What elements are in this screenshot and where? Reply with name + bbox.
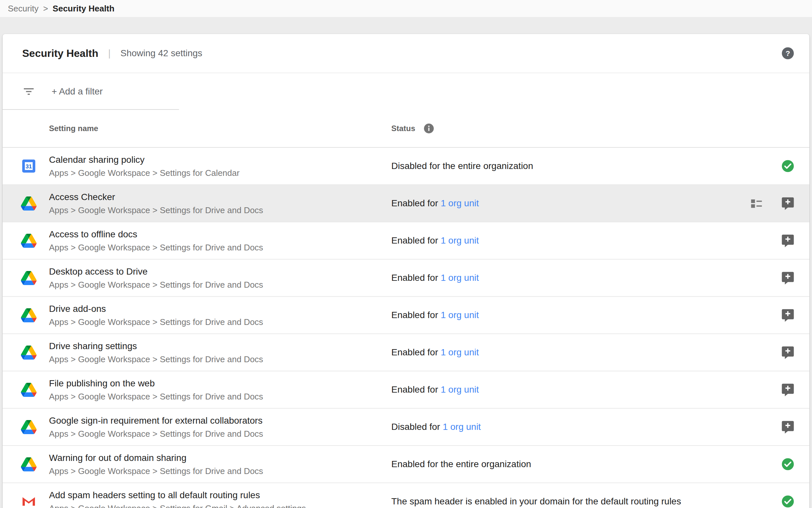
status-text: Enabled for: [391, 236, 438, 246]
setting-main: Google sign-in requirement for external …: [42, 414, 389, 440]
setting-main: Warning for out of domain sharing Apps >…: [42, 452, 389, 477]
setting-status: Enabled for1 org unit: [389, 347, 711, 357]
setting-path: Apps > Google Workspace > Settings for D…: [49, 391, 389, 403]
google-drive-icon: [21, 233, 37, 248]
card-header: Security Health | Showing 42 settings ?: [3, 34, 809, 73]
org-unit-link[interactable]: 1 org unit: [441, 347, 479, 357]
setting-main: Drive sharing settings Apps > Google Wor…: [42, 340, 389, 365]
google-drive-icon: [21, 345, 37, 360]
title-separator: |: [108, 48, 111, 59]
org-unit-link[interactable]: 1 org unit: [441, 236, 479, 246]
row-actions: [711, 159, 809, 173]
flag-plus-icon[interactable]: [781, 345, 795, 359]
row-actions: [711, 271, 809, 285]
setting-path: Apps > Google Workspace > Settings for D…: [49, 428, 389, 440]
filter-bar: + Add a filter: [3, 73, 809, 110]
add-filter-button[interactable]: + Add a filter: [52, 86, 103, 97]
google-drive-icon: [21, 270, 37, 286]
org-unit-link[interactable]: 1 org unit: [441, 310, 479, 320]
svg-text:?: ?: [785, 49, 790, 57]
flag-plus-icon[interactable]: [781, 234, 795, 248]
org-unit-link[interactable]: 1 org unit: [441, 272, 479, 283]
org-units-icon[interactable]: [749, 196, 764, 211]
filter-list-icon: [22, 85, 35, 98]
setting-status: Enabled for1 org unit: [389, 310, 711, 321]
flag-plus-icon[interactable]: [781, 271, 795, 285]
setting-path: Apps > Google Workspace > Settings for D…: [49, 316, 389, 328]
setting-path: Apps > Google Workspace > Settings for D…: [49, 353, 389, 365]
row-actions: [711, 382, 809, 397]
setting-main: Desktop access to Drive Apps > Google Wo…: [42, 265, 389, 291]
gmail-icon: [21, 494, 37, 508]
setting-status: Enabled for1 org unit: [389, 272, 711, 283]
google-drive-icon: [21, 456, 37, 472]
flag-plus-icon[interactable]: [781, 196, 795, 211]
settings-count-label: Showing 42 settings: [121, 48, 202, 58]
status-text: The spam header is enabled in your domai…: [391, 496, 681, 506]
setting-status: The spam header is enabled in your domai…: [389, 496, 711, 507]
status-text: Disabled for: [391, 422, 440, 432]
flag-plus-icon[interactable]: [781, 420, 795, 434]
breadcrumb-security-link[interactable]: Security: [8, 4, 39, 14]
setting-main: Drive add-ons Apps > Google Workspace > …: [42, 302, 389, 328]
status-text: Enabled for: [391, 384, 438, 394]
setting-main: Add spam headers setting to all default …: [42, 489, 389, 508]
settings-table-body: 31 Calendar sharing policy Apps > Google…: [3, 148, 809, 508]
row-actions: [711, 457, 809, 471]
setting-row[interactable]: Access to offline docs Apps > Google Wor…: [3, 222, 809, 260]
setting-row[interactable]: Add spam headers setting to all default …: [3, 483, 809, 508]
setting-status: Enabled for the entire organization: [389, 459, 711, 469]
green-check-icon: [781, 457, 795, 471]
row-actions: [711, 420, 809, 434]
setting-row[interactable]: Google sign-in requirement for external …: [3, 409, 809, 446]
setting-row[interactable]: 31 Calendar sharing policy Apps > Google…: [3, 148, 809, 185]
setting-main: Access to offline docs Apps > Google Wor…: [42, 228, 389, 253]
setting-name: Warning for out of domain sharing: [49, 452, 389, 465]
setting-main: Access Checker Apps > Google Workspace >…: [42, 190, 389, 216]
setting-path: Apps > Google Workspace > Settings for C…: [49, 167, 389, 179]
green-check-icon: [781, 159, 795, 173]
setting-status: Enabled for1 org unit: [389, 198, 711, 209]
row-actions: [711, 196, 809, 211]
setting-path: Apps > Google Workspace > Settings for D…: [49, 242, 389, 253]
setting-main: File publishing on the web Apps > Google…: [42, 377, 389, 403]
column-header-status: Status: [389, 123, 711, 134]
status-info-icon[interactable]: [423, 123, 435, 134]
setting-main: Calendar sharing policy Apps > Google Wo…: [42, 153, 389, 179]
setting-name: Drive add-ons: [49, 302, 389, 315]
status-text: Enabled for: [391, 347, 438, 357]
org-unit-link[interactable]: 1 org unit: [442, 422, 481, 432]
org-unit-link[interactable]: 1 org unit: [441, 198, 479, 208]
google-drive-icon: [21, 307, 37, 323]
page-title: Security Health: [22, 47, 98, 59]
setting-row[interactable]: Desktop access to Drive Apps > Google Wo…: [3, 260, 809, 297]
setting-row[interactable]: Access Checker Apps > Google Workspace >…: [3, 185, 809, 222]
row-actions: [711, 308, 809, 322]
flag-plus-icon[interactable]: [781, 382, 795, 397]
status-text: Enabled for: [391, 310, 438, 320]
setting-name: Access to offline docs: [49, 228, 389, 241]
setting-name: Access Checker: [49, 190, 389, 204]
status-text: Disabled for the entire organization: [391, 161, 533, 171]
setting-row[interactable]: Drive sharing settings Apps > Google Wor…: [3, 334, 809, 371]
setting-name: Drive sharing settings: [49, 340, 389, 353]
setting-path: Apps > Google Workspace > Settings for G…: [49, 502, 389, 508]
help-button[interactable]: ?: [781, 46, 795, 60]
status-text: Enabled for: [391, 198, 438, 208]
row-actions: [711, 345, 809, 359]
filter-underline: [3, 109, 179, 110]
help-icon: ?: [781, 46, 795, 60]
flag-plus-icon[interactable]: [781, 308, 795, 322]
setting-row[interactable]: Warning for out of domain sharing Apps >…: [3, 446, 809, 483]
breadcrumb-separator: >: [43, 4, 48, 14]
setting-row[interactable]: File publishing on the web Apps > Google…: [3, 371, 809, 409]
org-unit-link[interactable]: 1 org unit: [441, 384, 479, 394]
setting-status: Enabled for1 org unit: [389, 384, 711, 395]
setting-status: Disabled for1 org unit: [389, 422, 711, 432]
google-drive-icon: [21, 382, 37, 397]
setting-name: Desktop access to Drive: [49, 265, 389, 278]
security-health-card: Security Health | Showing 42 settings ? …: [3, 34, 809, 508]
google-drive-icon: [21, 419, 37, 435]
status-text: Enabled for: [391, 272, 438, 283]
setting-row[interactable]: Drive add-ons Apps > Google Workspace > …: [3, 297, 809, 334]
